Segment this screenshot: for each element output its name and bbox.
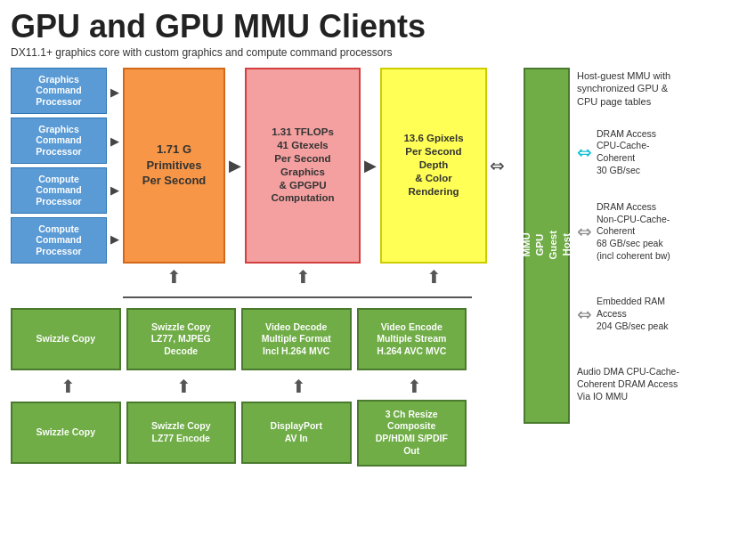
dram1-label: DRAM Access CPU-Cache- Coherent 30 GB/se… <box>597 128 656 177</box>
processor-box-3: ComputeCommandProcessor <box>11 217 107 264</box>
ud-arrow-4: ⬆ <box>357 376 473 397</box>
arrow-icon-0: ▶ <box>110 85 119 99</box>
audio-label: Audio DMA CPU-Cache- Coherent DRAM Acces… <box>577 366 679 402</box>
green-tall-text: Host Guest GPU MMU <box>520 231 573 260</box>
ud-arrow-2: ⬆ <box>126 376 242 397</box>
arrow-icon-2: ▶ <box>110 183 119 197</box>
embedded-item: ⇔ Embedded RAM Access 204 GB/sec peak <box>577 296 728 332</box>
proc-to-orange-arrows: ▶ ▶ ▶ ▶ <box>107 68 123 264</box>
subtitle: DX11.1+ graphics core with custom graphi… <box>11 46 728 59</box>
up-arrow-yellow: ⬆ <box>380 266 487 288</box>
dram1-item: ⇔ DRAM Access CPU-Cache- Coherent 30 GB/… <box>577 128 728 177</box>
up-arrow-orange: ⬆ <box>123 266 225 288</box>
pink-block-text: 1.31 TFLOPs 41 Gtexels Per Second Graphi… <box>272 126 335 206</box>
h-line-bottom <box>123 296 472 298</box>
audio-item: Audio DMA CPU-Cache- Coherent DRAM Acces… <box>577 366 728 402</box>
embedded-label: Embedded RAM Access 204 GB/sec peak <box>597 296 669 332</box>
arrow-icon-3: ▶ <box>110 232 119 246</box>
bottom1-swizzle-lz77: Swizzle CopyLZ77, MJPEGDecode <box>126 308 237 370</box>
arrow-pink-yellow: ▶ <box>361 156 380 175</box>
processors-column: GraphicsCommandProcessor GraphicsCommand… <box>11 68 107 264</box>
bottom1-swizzle-copy: Swizzle Copy <box>11 308 121 370</box>
bottom2-3ch-resize: 3 Ch ResizeCompositeDP/HDMI S/PDIFOut <box>357 400 467 467</box>
arrow-icon-1: ▶ <box>110 134 119 148</box>
dram2-item: ⇔ DRAM Access Non-CPU-Cache- Coherent 68… <box>577 201 728 262</box>
arrow-yellow-green: ⇔ <box>487 155 507 176</box>
yellow-block-text: 13.6 Gpixels Per Second Depth & Color Re… <box>403 132 463 199</box>
processor-box-2: ComputeCommandProcessor <box>11 167 107 214</box>
green-tall-block: Host Guest GPU MMU <box>524 68 570 424</box>
up-arrow-pink: ⬆ <box>245 266 361 288</box>
ud-arrow-3: ⬆ <box>241 376 357 397</box>
bottom1-video-encode: Video EncodeMultiple StreamH.264 AVC MVC <box>357 308 467 370</box>
bottom2-displayport: DisplayPortAV In <box>241 402 352 464</box>
right-top-label: Host-guest MMU with synchronized GPU & C… <box>577 68 728 121</box>
processor-box-0: GraphicsCommandProcessor <box>11 68 107 114</box>
right-panel: Host-guest MMU with synchronized GPU & C… <box>570 68 728 410</box>
cyan-arrow-dram1: ⇔ <box>577 142 592 163</box>
bottom1-video-decode: Video DecodeMultiple FormatIncl H.264 MV… <box>241 308 352 370</box>
bottom2-swizzle-copy: Swizzle Copy <box>11 402 121 464</box>
pink-block: 1.31 TFLOPs 41 Gtexels Per Second Graphi… <box>245 68 361 264</box>
gray-arrow-dram2: ⇔ <box>577 221 592 242</box>
processor-box-1: GraphicsCommandProcessor <box>11 118 107 164</box>
ud-arrow-1: ⬆ <box>11 376 126 397</box>
gray-arrow-embedded: ⇔ <box>577 304 592 325</box>
yellow-block: 13.6 Gpixels Per Second Depth & Color Re… <box>380 68 487 264</box>
arrow-orange-pink: ▶ <box>225 156 245 175</box>
bottom2-swizzle-lz77-encode: Swizzle CopyLZ77 Encode <box>126 402 237 464</box>
dram2-label: DRAM Access Non-CPU-Cache- Coherent 68 G… <box>597 201 670 262</box>
orange-block: 1.71 G Primitives Per Second <box>123 68 225 264</box>
orange-block-text: 1.71 G Primitives Per Second <box>142 142 207 189</box>
page-title: GPU and GPU MMU Clients <box>11 9 728 45</box>
